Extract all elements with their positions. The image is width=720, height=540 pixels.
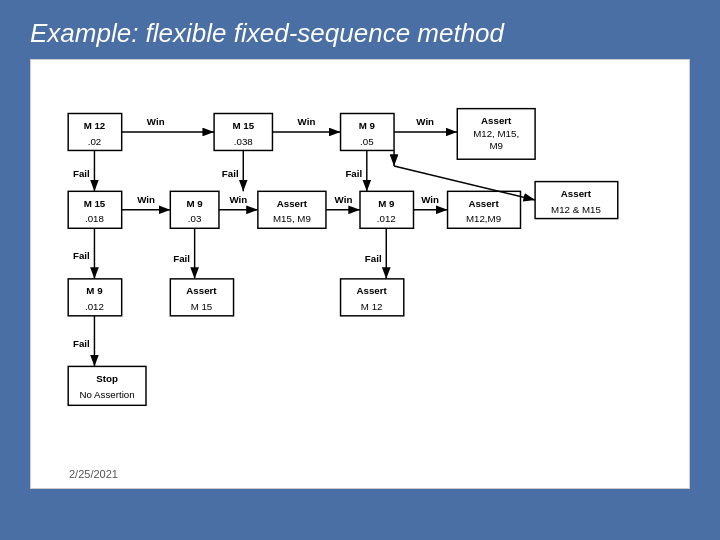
assert-m12-label: Assert [357,285,388,296]
win-label-1: Win [147,116,165,127]
m12-sublabel: .02 [88,136,102,147]
slide-title: Example: flexible fixed-sequence method [0,0,720,59]
assert-m12m9-label: Assert [468,198,499,209]
m9d-sublabel: .012 [85,301,104,312]
assert-m15-sub: M 15 [191,301,213,312]
m15a-sublabel: .038 [234,136,253,147]
diagram-container: M 12 .02 Win M 15 .038 Win M 9 .05 Win A… [30,59,690,489]
assert-top-label: Assert [481,115,512,126]
win-label-5: Win [230,194,248,205]
m9c-label: M 9 [378,198,395,209]
fail-label-5: Fail [173,253,190,264]
win-label-3: Win [416,116,434,127]
win-label-6: Win [335,194,353,205]
m9c-sublabel: .012 [377,213,396,224]
fail-label-3: Fail [345,168,362,179]
m9d-label: M 9 [86,285,103,296]
stop-label: Stop [96,373,118,384]
m9a-label: M 9 [359,120,376,131]
m9b-label: M 9 [187,198,204,209]
fail-label-4: Fail [73,250,90,261]
stop-sublabel: No Assertion [80,389,135,400]
fail-label-2: Fail [222,168,239,179]
assert-m12m15-label: Assert [561,188,592,199]
assert-m15m9-sub: M15, M9 [273,213,311,224]
m9b-sublabel: .03 [188,213,202,224]
win-label-2: Win [298,116,316,127]
m15a-label: M 15 [232,120,254,131]
m15b-label: M 15 [84,198,106,209]
diagram-svg: M 12 .02 Win M 15 .038 Win M 9 .05 Win A… [39,70,681,478]
m12-label: M 12 [84,120,106,131]
fail-label-6: Fail [365,253,382,264]
assert-m12-sub: M 12 [361,301,383,312]
assert-m15m9-label: Assert [277,198,308,209]
m9a-sublabel: .05 [360,136,374,147]
assert-top-sub2: M9 [489,140,503,151]
win-label-4: Win [137,194,155,205]
m15b-sublabel: .018 [85,213,104,224]
assert-m12m9-sub: M12,M9 [466,213,501,224]
assert-m12m15-sub: M12 & M15 [551,204,601,215]
date-label: 2/25/2021 [69,468,118,480]
win-label-7: Win [421,194,439,205]
assert-m15-label: Assert [186,285,217,296]
assert-top-sub1: M12, M15, [473,128,519,139]
fail-label-7: Fail [73,338,90,349]
fail-label-1: Fail [73,168,90,179]
